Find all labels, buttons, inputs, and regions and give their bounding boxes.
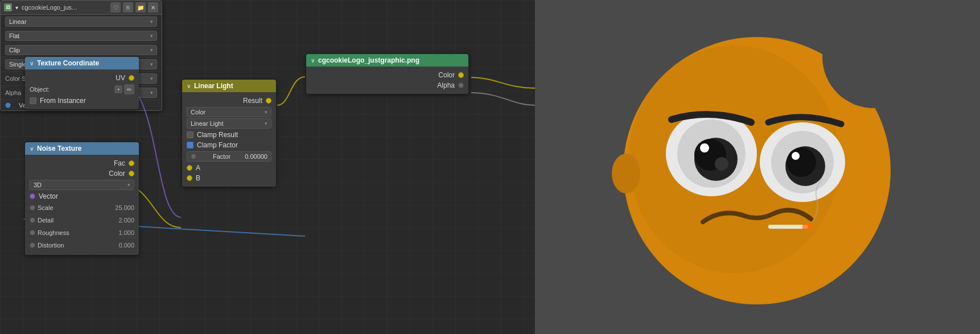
image-alpha-output-row: Alpha: [306, 80, 468, 90]
noise-texture-header[interactable]: ∨ Noise Texture: [25, 142, 139, 155]
detail-row: Detail 2.000: [25, 214, 139, 226]
noise-texture-node: ∨ Noise Texture Fac Color 3D ▾ Vector: [25, 142, 139, 255]
linear-light-node: ∨ Linear Light Result Color ▾ Linear Lig…: [182, 80, 276, 187]
factor-socket[interactable]: [191, 154, 196, 159]
image-vector-socket[interactable]: [5, 102, 11, 108]
fac-label: Fac: [114, 159, 125, 167]
image-color-label: Color: [438, 71, 455, 79]
noise-collapse-icon[interactable]: ∨: [30, 146, 34, 152]
color-dropdown[interactable]: Color ▾: [187, 107, 271, 117]
vector-input-socket[interactable]: [30, 193, 35, 199]
image-alpha-label: Alpha: [437, 81, 455, 89]
props-clip-row: Clip ▾: [1, 43, 162, 57]
noise-texture-body: Fac Color 3D ▾ Vector Scale 25.0: [25, 155, 139, 255]
linear-light-body: Result Color ▾ Linear Light ▾ Clamp Resu…: [182, 92, 276, 187]
texture-coordinate-title: Texture Coordinate: [37, 59, 99, 67]
result-socket[interactable]: [266, 98, 271, 104]
a-socket[interactable]: [187, 165, 192, 171]
angry-face-svg: [558, 11, 956, 319]
texture-coordinate-node: ∨ Texture Coordinate UV Object: ▪ ✏ From…: [25, 57, 139, 109]
image-icon: 🖼: [4, 3, 12, 11]
svg-point-12: [787, 147, 816, 177]
image-color-output-row: Color: [306, 70, 468, 80]
props-srgb-arrow: ▾: [150, 76, 153, 81]
factor-field[interactable]: Factor 0.00000: [187, 151, 271, 162]
svg-point-13: [792, 152, 800, 160]
roughness-label: Roughness: [38, 229, 118, 236]
props-single-image-arrow: ▾: [150, 61, 153, 67]
image-texture-node: ∨ cgcookieLogo_justgraphic.png Color Alp…: [306, 54, 468, 94]
linear-light-header[interactable]: ∨ Linear Light: [182, 80, 276, 92]
node-editor: ∨ Texture Coordinate UV Object: ▪ ✏ From…: [0, 0, 535, 334]
image-texture-collapse-icon[interactable]: ∨: [311, 57, 315, 64]
toolbar-filename: cgcookieLogo_jus...: [22, 4, 108, 11]
distortion-value: 0.000: [118, 242, 134, 249]
image-texture-header[interactable]: ∨ cgcookieLogo_justgraphic.png: [306, 54, 468, 67]
linear-light-title: Linear Light: [194, 82, 233, 90]
collapse-icon[interactable]: ∨: [30, 60, 34, 67]
svg-rect-15: [802, 224, 813, 230]
heart-btn[interactable]: ♡: [110, 2, 121, 13]
b-input-row: B: [182, 173, 276, 183]
distortion-label: Distortion: [38, 242, 118, 249]
image-color-socket[interactable]: [458, 72, 464, 78]
props-linear-dropdown[interactable]: Linear ▾: [5, 17, 157, 27]
scale-socket[interactable]: [30, 205, 35, 211]
clamp-factor-row: Clamp Factor: [182, 140, 276, 150]
image-texture-title: cgcookieLogo_justgraphic.png: [318, 56, 419, 64]
result-label: Result: [243, 97, 262, 105]
color-dropdown-arrow: ▾: [265, 109, 267, 115]
fac-output-row: Fac: [25, 158, 139, 168]
color-output-row: Color: [25, 168, 139, 179]
texture-coordinate-body: UV Object: ▪ ✏ From Instancer: [25, 69, 139, 109]
detail-socket[interactable]: [30, 217, 35, 223]
from-instancer-label: From Instancer: [40, 97, 86, 105]
svg-point-7: [715, 157, 728, 171]
3d-dropdown[interactable]: 3D ▾: [30, 180, 134, 190]
image-alpha-socket[interactable]: [458, 83, 464, 88]
roughness-row: Roughness 1.000: [25, 226, 139, 239]
clamp-result-checkbox[interactable]: [187, 131, 193, 138]
image-props-toolbar: 🖼 ▾ cgcookieLogo_jus... ♡ ⎘ 📁 ✕: [1, 1, 162, 15]
a-label: A: [196, 164, 200, 172]
color-output-label: Color: [109, 170, 125, 178]
roughness-value: 1.000: [118, 229, 134, 236]
viewport: [535, 0, 980, 334]
color-dropdown-label: Color: [191, 109, 205, 116]
b-socket[interactable]: [187, 175, 192, 181]
vector-input-row: Vector: [25, 191, 139, 201]
detail-value: 2.000: [118, 217, 134, 224]
roughness-socket[interactable]: [30, 230, 35, 236]
texture-coordinate-header[interactable]: ∨ Texture Coordinate: [25, 57, 139, 69]
color-output-socket[interactable]: [129, 171, 134, 176]
folder-btn[interactable]: 📁: [135, 2, 146, 13]
props-straight-arrow: ▾: [150, 90, 153, 96]
props-flat-label: Flat: [9, 32, 19, 39]
close-btn[interactable]: ✕: [148, 2, 158, 13]
linear-light-collapse-icon[interactable]: ∨: [187, 83, 191, 89]
distortion-socket[interactable]: [30, 242, 35, 248]
props-flat-dropdown[interactable]: Flat ▾: [5, 31, 157, 41]
copy-btn[interactable]: ⎘: [123, 2, 133, 13]
object-picker-icon[interactable]: ▪: [114, 85, 122, 93]
props-linear-row: Linear ▾: [1, 15, 162, 29]
props-flat-arrow: ▾: [150, 33, 153, 39]
scale-value: 25.000: [115, 204, 134, 211]
uv-socket[interactable]: [129, 75, 134, 81]
from-instancer-checkbox[interactable]: [30, 97, 36, 104]
noise-texture-title: Noise Texture: [37, 145, 81, 152]
result-output-row: Result: [182, 96, 276, 106]
object-row: Object: ▪ ✏: [25, 83, 139, 96]
detail-label: Detail: [38, 217, 118, 224]
toolbar-dropdown-arrow[interactable]: ▾: [15, 5, 18, 11]
props-clip-dropdown[interactable]: Clip ▾: [5, 45, 157, 55]
clamp-factor-checkbox[interactable]: [187, 142, 193, 149]
clamp-factor-label: Clamp Factor: [197, 141, 238, 149]
fac-socket[interactable]: [129, 160, 134, 166]
a-input-row: A: [182, 163, 276, 173]
factor-value: 0.00000: [245, 153, 267, 160]
image-texture-body: Color Alpha: [306, 67, 468, 94]
3d-dropdown-arrow: ▾: [127, 182, 130, 188]
linear-light-dropdown[interactable]: Linear Light ▾: [187, 118, 271, 129]
object-picker-btn[interactable]: ✏: [124, 84, 134, 94]
